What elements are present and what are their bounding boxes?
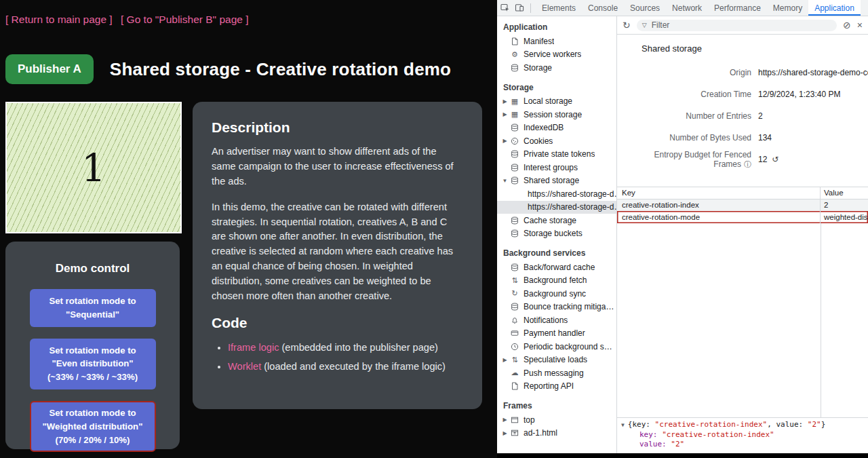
preview-text: } xyxy=(821,420,826,429)
worklet-link[interactable]: Worklet xyxy=(228,361,261,372)
button-line: Set rotation mode to xyxy=(33,406,153,420)
button-line: (~33% / ~33% / ~33%) xyxy=(33,370,153,384)
ad-creative-iframe[interactable]: 1 xyxy=(5,102,182,233)
collapsed-triangle-icon[interactable]: ▶ xyxy=(500,417,509,423)
meta-label: Origin xyxy=(617,68,751,77)
sidebar-item-back-forward-cache[interactable]: Back/forward cache xyxy=(497,261,616,274)
set-rotation-mode-button-sequential[interactable]: Set rotation mode to"Sequential" xyxy=(30,289,156,327)
sidebar-item-manifest[interactable]: Manifest xyxy=(497,35,616,48)
meta-row-number-of-bytes-used: Number of Bytes Used134 xyxy=(617,127,868,149)
preview-text: key: xyxy=(632,420,654,429)
sidebar-item-https-shared-storage-d[interactable]: https://shared-storage-d… xyxy=(497,187,616,201)
sidebar-item-local-storage[interactable]: ▶▦Local storage xyxy=(497,95,616,109)
top-links: [ Return to main page ] [ Go to "Publish… xyxy=(5,14,254,26)
sidebar-item-periodic-background-s[interactable]: Periodic background s… xyxy=(497,340,616,354)
sidebar-item-background-sync[interactable]: ↻Background sync xyxy=(497,287,616,301)
sidebar-item-push-messaging[interactable]: ☁Push messaging xyxy=(497,366,616,380)
value-column-header[interactable]: Value xyxy=(821,187,868,199)
close-panel-icon[interactable]: × xyxy=(857,20,863,30)
collapsed-triangle-icon[interactable]: ▶ xyxy=(500,98,509,104)
table-row-creative-rotation-mode[interactable]: creative-rotation-modeweighted-distribut… xyxy=(617,211,868,223)
sidebar-item-cookies[interactable]: ▶Cookies xyxy=(497,134,616,148)
database-icon xyxy=(509,63,520,73)
sidebar-item-label: Notifications xyxy=(524,316,568,325)
sidebar-item-indexeddb[interactable]: IndexedDB xyxy=(497,121,616,135)
sidebar-item-service-workers[interactable]: ⚙Service workers xyxy=(497,48,616,62)
gear-icon: ⚙ xyxy=(509,50,520,59)
sidebar-item-background-fetch[interactable]: ⇅Background fetch xyxy=(497,274,616,288)
shared-storage-panel: ↻ ▽ ⊘ × Shared storage Originhttps://sha… xyxy=(617,16,868,453)
database-icon xyxy=(509,263,520,272)
document-icon xyxy=(509,381,520,391)
column-divider[interactable] xyxy=(821,223,821,418)
sidebar-item-label: Payment handler xyxy=(524,328,585,338)
sidebar-item-https-shared-storage-d[interactable]: https://shared-storage-d… xyxy=(497,201,616,214)
iframe-logic-link[interactable]: Iframe logic xyxy=(228,342,279,353)
sidebar-item-reporting-api[interactable]: Reporting API xyxy=(497,380,616,394)
return-main-link[interactable]: [ Return to main page ] xyxy=(5,14,113,25)
sidebar-item-interest-groups[interactable]: Interest groups xyxy=(497,161,616,174)
tab-performance[interactable]: Performance xyxy=(708,0,767,16)
filter-input[interactable] xyxy=(650,20,831,31)
entry-preview-pane: ▼{key: "creative-rotation-index", value:… xyxy=(617,417,868,453)
collapsed-triangle-icon[interactable]: ▶ xyxy=(500,430,509,436)
creative-number: 1 xyxy=(81,146,106,190)
sidebar-item-storage[interactable]: Storage xyxy=(497,61,616,75)
sidebar-item-storage-buckets[interactable]: Storage buckets xyxy=(497,227,616,241)
database-icon xyxy=(509,229,520,238)
sidebar-item-label: https://shared-storage-d… xyxy=(528,202,616,212)
expanded-triangle-icon[interactable]: ▼ xyxy=(621,422,625,428)
sidebar-item-notifications[interactable]: Notifications xyxy=(497,313,616,327)
tab-network[interactable]: Network xyxy=(666,0,708,16)
button-line: "Even distribution" xyxy=(33,357,153,370)
sidebar-item-label: top xyxy=(524,415,535,425)
clear-icon[interactable]: ⊘ xyxy=(843,20,851,30)
preview-line-2: key: "creative-rotation-index" xyxy=(621,430,864,440)
sidebar-item-session-storage[interactable]: ▶▦Session storage xyxy=(497,108,616,121)
device-toolbar-icon[interactable] xyxy=(515,3,524,12)
tab-memory[interactable]: Memory xyxy=(767,0,808,16)
publisher-a-badge[interactable]: Publisher A xyxy=(5,54,94,84)
clock-icon xyxy=(509,342,520,351)
table-icon: ▦ xyxy=(509,110,520,119)
sidebar-item-label: Shared storage xyxy=(524,176,579,185)
sidebar-item-private-state-tokens[interactable]: Private state tokens xyxy=(497,148,616,161)
sidebar-item-cache-storage[interactable]: Cache storage xyxy=(497,214,616,227)
sidebar-item-shared-storage[interactable]: ▼Shared storage xyxy=(497,174,616,188)
database-icon xyxy=(509,176,520,185)
database-icon xyxy=(509,163,520,172)
sidebar-item-label: Speculative loads xyxy=(524,355,587,364)
code-list-item: Iframe logic (embedded into the publishe… xyxy=(228,340,463,356)
refresh-icon[interactable]: ↻ xyxy=(623,20,631,30)
collapsed-triangle-icon[interactable]: ▶ xyxy=(500,111,509,117)
publisher-b-link[interactable]: [ Go to "Publisher B" page ] xyxy=(121,14,249,25)
tab-sources[interactable]: Sources xyxy=(624,0,666,16)
meta-label: Entropy Budget for Fenced Framesⓘ xyxy=(617,150,751,170)
meta-value: 2 xyxy=(758,111,763,121)
sidebar-item-payment-handler[interactable]: Payment handler xyxy=(497,327,616,341)
tab-elements[interactable]: Elements xyxy=(536,0,582,16)
expanded-triangle-icon[interactable]: ▼ xyxy=(500,178,509,184)
sidebar-item-label: Push messaging xyxy=(524,368,584,378)
collapsed-triangle-icon[interactable]: ▶ xyxy=(500,138,509,144)
tab-application[interactable]: Application xyxy=(808,0,861,16)
sidebar-item-speculative-loads[interactable]: ▶⇅Speculative loads xyxy=(497,354,616,367)
key-column-header[interactable]: Key xyxy=(617,187,821,199)
meta-label: Creation Time xyxy=(617,90,751,99)
devtools-tabbar: ElementsConsoleSourcesNetworkPerformance… xyxy=(497,0,868,16)
set-rotation-mode-button-weighted-distribution[interactable]: Set rotation mode to"Weighted distributi… xyxy=(30,401,156,452)
sidebar-item-ad-1-html[interactable]: ▶ad-1.html xyxy=(497,427,616,440)
filter-box[interactable]: ▽ xyxy=(637,20,837,31)
set-rotation-mode-button-even-distribution[interactable]: Set rotation mode to"Even distribution"(… xyxy=(30,339,156,389)
preview-text: "2" xyxy=(808,420,821,429)
tab-console[interactable]: Console xyxy=(582,0,624,16)
cell-value: 2 xyxy=(821,199,868,212)
sidebar-item-top[interactable]: ▶top xyxy=(497,413,616,427)
info-icon[interactable]: ⓘ xyxy=(744,160,751,168)
inspect-element-icon[interactable] xyxy=(500,3,510,12)
table-row-creative-rotation-index[interactable]: creative-rotation-index2 xyxy=(617,199,868,212)
collapsed-triangle-icon[interactable]: ▶ xyxy=(500,357,509,363)
reset-budget-icon[interactable]: ↺ xyxy=(772,155,778,164)
meta-row-number-of-entries: Number of Entries2 xyxy=(617,105,868,127)
sidebar-item-bounce-tracking-mitiga[interactable]: Bounce tracking mitiga… xyxy=(497,301,616,314)
